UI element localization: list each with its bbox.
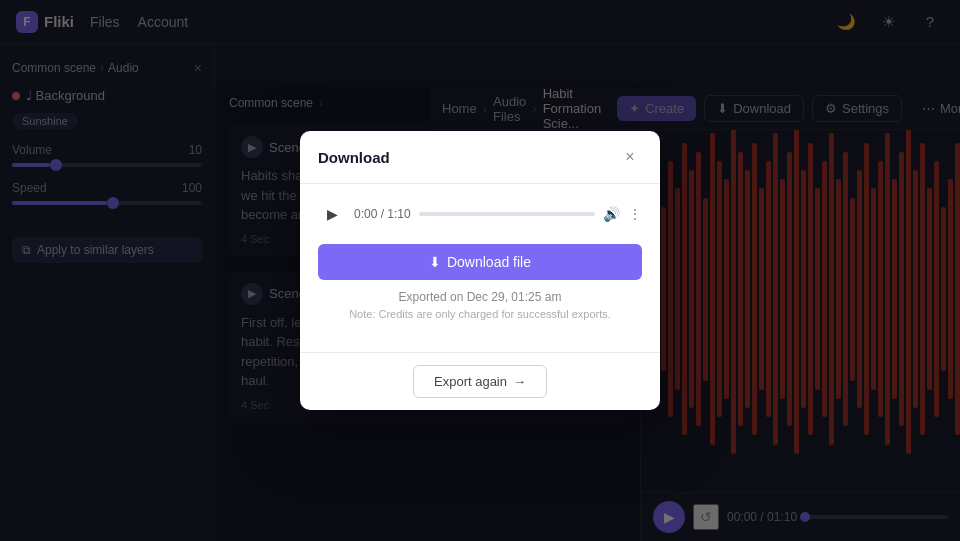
download-btn-icon: ⬇ [429, 254, 441, 270]
audio-player: ▶ 0:00 / 1:10 🔊 ⋮ [318, 200, 642, 228]
audio-more-icon[interactable]: ⋮ [628, 206, 642, 222]
download-btn-label: Download file [447, 254, 531, 270]
export-again-button[interactable]: Export again → [413, 365, 547, 398]
download-file-button[interactable]: ⬇ Download file [318, 244, 642, 280]
modal-title: Download [318, 149, 390, 166]
modal-header: Download × [300, 131, 660, 184]
download-modal: Download × ▶ 0:00 / 1:10 🔊 ⋮ ⬇ Download … [300, 131, 660, 410]
modal-close-button[interactable]: × [618, 145, 642, 169]
export-again-arrow-icon: → [513, 374, 526, 389]
audio-play-button[interactable]: ▶ [318, 200, 346, 228]
audio-volume-icon[interactable]: 🔊 [603, 206, 620, 222]
export-info: Exported on Dec 29, 01:25 am [318, 290, 642, 304]
audio-time: 0:00 / 1:10 [354, 207, 411, 221]
audio-track[interactable] [419, 212, 595, 216]
modal-footer: Export again → [300, 352, 660, 410]
export-note: Note: Credits are only charged for succe… [318, 308, 642, 320]
modal-body: ▶ 0:00 / 1:10 🔊 ⋮ ⬇ Download file Export… [300, 184, 660, 352]
modal-overlay[interactable]: Download × ▶ 0:00 / 1:10 🔊 ⋮ ⬇ Download … [0, 0, 960, 541]
export-again-label: Export again [434, 374, 507, 389]
